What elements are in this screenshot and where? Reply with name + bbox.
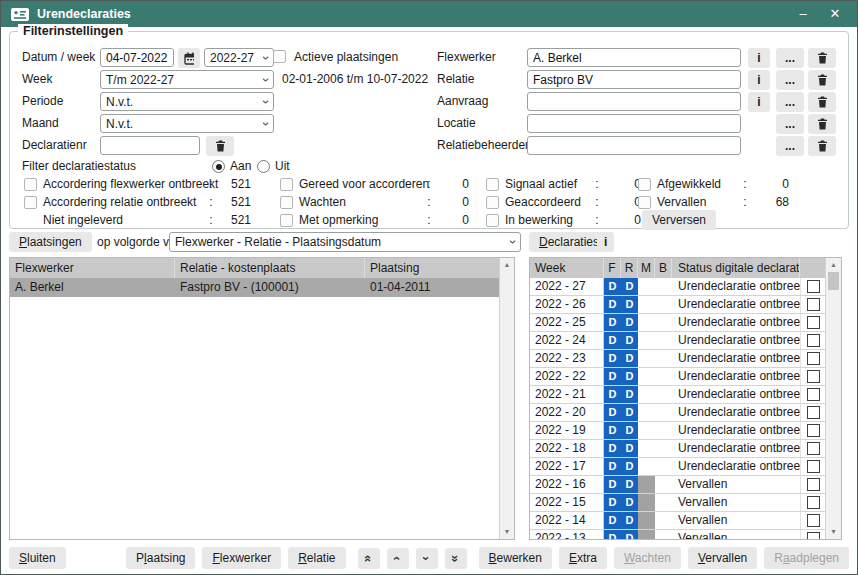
declaratie-row[interactable]: 2022 - 23DDUrendeclaratie ontbreekt (530, 350, 825, 368)
checkbox-cell[interactable] (800, 530, 825, 539)
locatie-input[interactable] (527, 114, 741, 133)
column-header[interactable]: Week (530, 258, 604, 278)
met-opmerking-checkbox[interactable] (280, 214, 293, 227)
plaatsingen-scrollbar[interactable]: ▲ ▼ (499, 258, 514, 539)
flexwerker-button[interactable]: Flexwerker (202, 547, 281, 569)
periode-select[interactable]: N.v.t. › (100, 92, 274, 111)
declaratie-row[interactable]: 2022 - 25DDUrendeclaratie ontbreekt (530, 314, 825, 332)
sluiten-button[interactable]: Sluiten (9, 547, 66, 569)
flexwerker-more-button[interactable]: ... (776, 48, 804, 68)
row-checkbox[interactable] (807, 532, 820, 539)
wachten-checkbox[interactable] (280, 196, 293, 209)
row-checkbox[interactable] (807, 460, 820, 473)
declaratie-row[interactable]: 2022 - 15DDVervallen (530, 494, 825, 512)
first-record-button[interactable]: « (358, 548, 380, 569)
row-checkbox[interactable] (807, 316, 820, 329)
row-checkbox[interactable] (807, 352, 820, 365)
minimize-button[interactable]: – (791, 1, 815, 27)
relatie-button[interactable]: Relatie (288, 547, 345, 569)
column-header[interactable]: B (655, 258, 672, 278)
bewerken-button[interactable]: Bewerken (479, 547, 552, 569)
checkbox-cell[interactable] (800, 440, 825, 457)
declaratienr-input[interactable] (100, 136, 200, 155)
column-header[interactable]: Status digitale declaratie (672, 258, 800, 278)
declaratie-row[interactable]: 2022 - 16DDVervallen (530, 476, 825, 494)
checkbox-cell[interactable] (800, 332, 825, 349)
last-record-button[interactable]: » (445, 548, 467, 569)
checkbox-cell[interactable] (800, 350, 825, 367)
in-bewerking-checkbox[interactable] (486, 214, 499, 227)
column-header[interactable]: Flexwerker (10, 258, 175, 278)
relatiebeheerder-input[interactable] (527, 136, 741, 155)
checkbox-cell[interactable] (800, 386, 825, 403)
vervallen-checkbox[interactable] (638, 196, 651, 209)
row-checkbox[interactable] (807, 478, 820, 491)
checkbox-cell[interactable] (800, 278, 825, 295)
flexwerker-clear-button[interactable] (808, 48, 836, 68)
checkbox-cell[interactable] (800, 494, 825, 511)
next-record-button[interactable]: › (416, 548, 438, 569)
aanvraag-more-button[interactable]: ... (776, 92, 804, 112)
declaratie-row[interactable]: 2022 - 22DDUrendeclaratie ontbreekt (530, 368, 825, 386)
aanvraag-info-button[interactable]: i (748, 92, 770, 112)
locatie-more-button[interactable]: ... (776, 114, 804, 134)
maand-select[interactable]: N.v.t. › (100, 114, 274, 133)
flexwerker-info-button[interactable]: i (748, 48, 770, 68)
scroll-up-icon[interactable]: ▲ (826, 260, 841, 270)
radio-aan[interactable] (212, 160, 225, 173)
relatie-input[interactable] (527, 70, 741, 89)
scroll-up-icon[interactable]: ▲ (500, 260, 514, 270)
column-header[interactable]: R (621, 258, 638, 278)
column-header[interactable]: F (604, 258, 621, 278)
checkbox-cell[interactable] (800, 458, 825, 475)
declaratie-row[interactable]: 2022 - 27DDUrendeclaratie ontbreekt (530, 278, 825, 296)
row-checkbox[interactable] (807, 424, 820, 437)
datum-week-select[interactable]: 2022-27 › (204, 48, 274, 67)
aanvraag-clear-button[interactable] (808, 92, 836, 112)
row-checkbox[interactable] (807, 388, 820, 401)
column-header[interactable]: M (638, 258, 655, 278)
tab-plaatsingen[interactable]: Plaatsingen (9, 232, 92, 252)
row-checkbox[interactable] (807, 334, 820, 347)
datum-input[interactable] (100, 48, 174, 67)
afgewikkeld-checkbox[interactable] (638, 178, 651, 191)
radio-uit[interactable] (257, 160, 270, 173)
relatie-info-button[interactable]: i (748, 70, 770, 90)
row-checkbox[interactable] (807, 298, 820, 311)
declaraties-scrollbar[interactable]: ▲ ▼ (825, 258, 841, 539)
relatie-clear-button[interactable] (808, 70, 836, 90)
accordering-flexwerker-checkbox[interactable] (24, 178, 37, 191)
checkbox-cell[interactable] (800, 296, 825, 313)
row-checkbox[interactable] (807, 514, 820, 527)
declaratie-row[interactable]: 2022 - 19DDUrendeclaratie ontbreekt (530, 422, 825, 440)
checkbox-cell[interactable] (800, 404, 825, 421)
row-checkbox[interactable] (807, 406, 820, 419)
column-header[interactable]: Plaatsing (365, 258, 499, 278)
geaccordeerd-checkbox[interactable] (486, 196, 499, 209)
verversen-button[interactable]: Verversen (642, 210, 716, 230)
signaal-actief-checkbox[interactable] (486, 178, 499, 191)
plaatsing-button[interactable]: Plaatsing (126, 547, 195, 569)
relatiebeheerder-clear-button[interactable] (808, 136, 836, 156)
declaratie-row[interactable]: 2022 - 13DDVervallen (530, 530, 825, 539)
flexwerker-input[interactable] (527, 48, 741, 67)
week-select[interactable]: T/m 2022-27 › (100, 70, 274, 89)
scroll-down-icon[interactable]: ▼ (500, 527, 514, 537)
checkbox-cell[interactable] (800, 314, 825, 331)
locatie-clear-button[interactable] (808, 114, 836, 134)
checkbox-cell[interactable] (800, 368, 825, 385)
declaratie-row[interactable]: 2022 - 21DDUrendeclaratie ontbreekt (530, 386, 825, 404)
close-button[interactable]: ✕ (823, 1, 847, 27)
row-checkbox[interactable] (807, 496, 820, 509)
actieve-plaatsingen-checkbox[interactable] (273, 50, 286, 63)
declaraties-info-button[interactable]: i (597, 232, 614, 252)
declaratie-row[interactable]: 2022 - 20DDUrendeclaratie ontbreekt (530, 404, 825, 422)
scrollbar-thumb[interactable] (828, 272, 839, 290)
vervallen-button[interactable]: Vervallen (688, 547, 757, 569)
declaratie-row[interactable]: 2022 - 24DDUrendeclaratie ontbreekt (530, 332, 825, 350)
relatie-more-button[interactable]: ... (776, 70, 804, 90)
sort-select[interactable]: Flexwerker - Relatie - Plaatsingsdatum › (169, 232, 521, 252)
extra-button[interactable]: Extra (559, 547, 607, 569)
calendar-button[interactable] (178, 48, 200, 68)
checkbox-cell[interactable] (800, 422, 825, 439)
